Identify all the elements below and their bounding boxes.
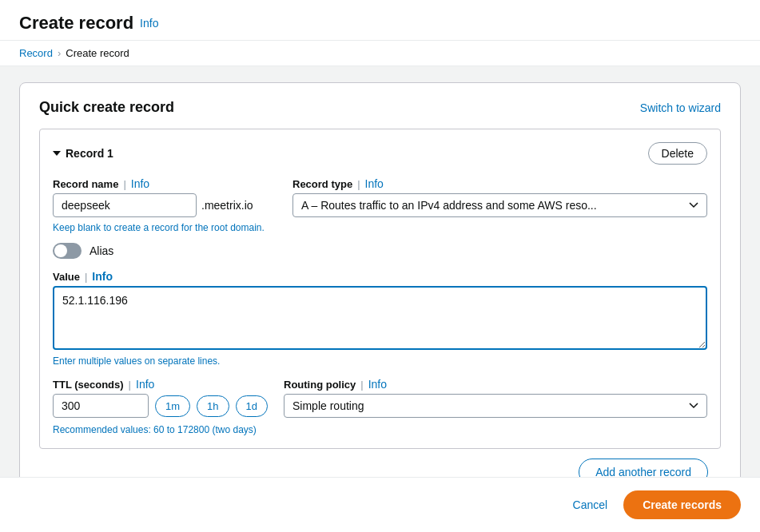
routing-policy-info-link[interactable]: Info: [368, 378, 387, 391]
ttl-1h-button[interactable]: 1h: [197, 395, 229, 417]
chevron-down-icon: [53, 151, 61, 156]
ttl-label: TTL (seconds) | Info: [53, 378, 268, 391]
breadcrumb-item[interactable]: Record: [19, 47, 53, 59]
record-type-select[interactable]: A – Routes traffic to an IPv4 address an…: [292, 193, 707, 217]
domain-suffix: .meetrix.io: [201, 199, 253, 212]
ttl-1d-button[interactable]: 1d: [236, 395, 268, 417]
alias-row: Alias: [53, 243, 707, 259]
label-divider: |: [123, 178, 125, 190]
input-with-suffix: .meetrix.io: [53, 193, 277, 217]
value-section: Value | Info Enter multiple values on se…: [53, 270, 707, 367]
record-header: Record 1 Delete: [53, 142, 707, 165]
ttl-input[interactable]: [53, 394, 149, 418]
record-name-group: Record name | Info .meetrix.io Keep blan…: [53, 177, 277, 233]
routing-policy-label: Routing policy | Info: [284, 378, 707, 391]
add-record-container: Add another record: [39, 459, 721, 477]
record-type-group: Record type | Info A – Routes traffic to…: [292, 177, 707, 233]
label-divider5: |: [360, 379, 363, 391]
value-label: Value | Info: [53, 270, 707, 283]
page-content: Quick create record Switch to wizard Rec…: [0, 66, 760, 477]
value-hint: Enter multiple values on separate lines.: [53, 355, 707, 367]
page-title: Create record: [19, 13, 133, 34]
record-type-label: Record type | Info: [292, 177, 707, 190]
value-info-link[interactable]: Info: [92, 270, 113, 283]
record-type-info-link[interactable]: Info: [365, 177, 384, 190]
ttl-1m-button[interactable]: 1m: [155, 395, 190, 417]
record-name-label: Record name | Info: [53, 177, 277, 190]
alias-toggle[interactable]: [53, 243, 82, 259]
record-label: Record 1: [53, 147, 113, 160]
breadcrumb: Record › Create record: [0, 41, 760, 66]
card-header: Quick create record Switch to wizard: [39, 99, 721, 116]
page-header: Create record Info: [0, 0, 760, 41]
routing-policy-select[interactable]: Simple routing: [284, 394, 707, 418]
cancel-link[interactable]: Cancel: [573, 498, 608, 511]
create-records-button[interactable]: Create records: [623, 490, 741, 519]
page-info-link[interactable]: Info: [140, 17, 158, 30]
breadcrumb-current: Create record: [66, 47, 129, 59]
alias-label: Alias: [90, 244, 113, 257]
record-name-input[interactable]: [53, 193, 197, 217]
ttl-routing-row: TTL (seconds) | Info 1m 1h 1d Recommende…: [53, 378, 707, 435]
label-divider4: |: [129, 379, 131, 391]
value-textarea[interactable]: [53, 286, 707, 350]
ttl-info-link[interactable]: Info: [136, 378, 154, 391]
ttl-hint: Recommended values: 60 to 172800 (two da…: [53, 424, 268, 435]
delete-button[interactable]: Delete: [648, 142, 707, 165]
ttl-input-row: 1m 1h 1d: [53, 394, 268, 418]
record-name-info-link[interactable]: Info: [131, 177, 149, 190]
toggle-slider: [53, 243, 82, 259]
switch-to-wizard-link[interactable]: Switch to wizard: [640, 101, 721, 114]
record-name-hint: Keep blank to create a record for the ro…: [53, 222, 277, 233]
quick-create-card: Quick create record Switch to wizard Rec…: [19, 82, 741, 477]
record-name-type-row: Record name | Info .meetrix.io Keep blan…: [53, 177, 707, 233]
breadcrumb-separator: ›: [58, 47, 61, 59]
add-another-record-button[interactable]: Add another record: [579, 459, 708, 477]
card-title: Quick create record: [39, 99, 174, 116]
record-title: Record 1: [66, 147, 113, 160]
record-section: Record 1 Delete Record name | Info .meet…: [39, 129, 721, 449]
ttl-group: TTL (seconds) | Info 1m 1h 1d Recommende…: [53, 378, 268, 435]
routing-policy-group: Routing policy | Info Simple routing: [284, 378, 707, 418]
label-divider3: |: [85, 271, 87, 283]
footer-actions: Cancel Create records: [0, 477, 760, 532]
label-divider2: |: [357, 178, 360, 190]
